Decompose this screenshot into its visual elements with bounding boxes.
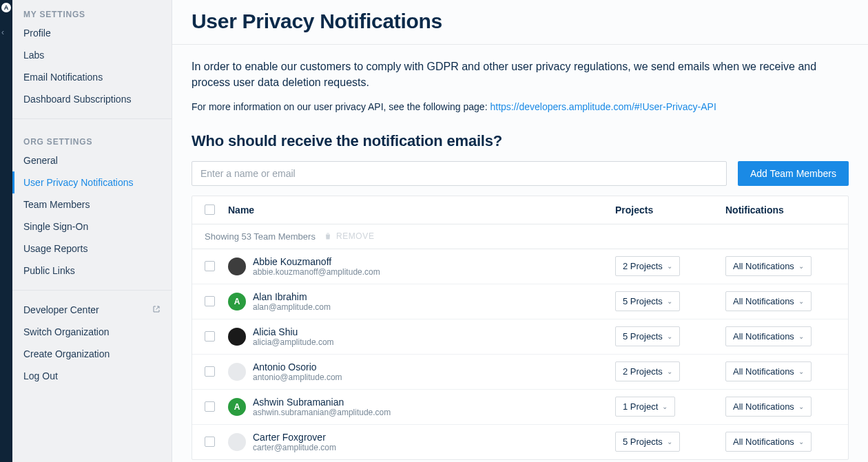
member-name: Ashwin Subramanian — [253, 397, 391, 408]
settings-sidebar: MY SETTINGS ProfileLabsEmail Notificatio… — [12, 0, 172, 462]
member-email: carter@amplitude.com — [253, 443, 336, 452]
sidebar-item[interactable]: Single Sign-On — [12, 216, 172, 238]
notifications-dropdown[interactable]: All Notifications⌄ — [725, 432, 812, 452]
table-row: Abbie Kouzmanoffabbie.kouzmanoff@amplitu… — [192, 249, 848, 284]
table-row: Alicia Shiualicia@amplitude.com5 Project… — [192, 319, 848, 355]
chevron-down-icon: ⌄ — [662, 403, 668, 410]
select-all-checkbox[interactable] — [205, 204, 215, 215]
notifications-dropdown[interactable]: All Notifications⌄ — [725, 397, 812, 417]
intro-text: In order to enable our customers to comp… — [192, 59, 849, 90]
sidebar-item[interactable]: Labs — [12, 44, 172, 66]
row-checkbox[interactable] — [205, 401, 215, 412]
my-settings-heading: MY SETTINGS — [12, 0, 172, 22]
projects-dropdown[interactable]: 2 Projects⌄ — [615, 361, 680, 381]
chevron-down-icon: ⌄ — [667, 438, 672, 445]
add-member-row: Add Team Members — [172, 157, 868, 196]
recipients-subheading: Who should receive the notification emai… — [172, 123, 868, 157]
sidebar-item[interactable]: Email Notifications — [12, 66, 172, 88]
sidebar-item[interactable]: Usage Reports — [12, 238, 172, 260]
table-row: AAshwin Subramanianashwin.subramanian@am… — [192, 390, 848, 425]
table-row: Antonio Osorioantonio@amplitude.com2 Pro… — [192, 355, 848, 390]
main-content: User Privacy Notifications In order to e… — [172, 0, 868, 462]
col-header-name: Name — [228, 204, 615, 216]
page-title: User Privacy Notifications — [172, 0, 868, 45]
chevron-down-icon: ⌄ — [667, 368, 672, 375]
avatar — [228, 363, 246, 381]
member-name: Alicia Shiu — [253, 326, 334, 337]
notifications-dropdown[interactable]: All Notifications⌄ — [725, 326, 812, 346]
projects-dropdown[interactable]: 5 Projects⌄ — [615, 326, 680, 346]
chevron-down-icon: ⌄ — [798, 403, 804, 410]
intro-block: In order to enable our customers to comp… — [172, 45, 868, 123]
row-checkbox[interactable] — [205, 296, 215, 306]
member-email: antonio@amplitude.com — [253, 372, 342, 382]
member-email: ashwin.subramanian@amplitude.com — [253, 408, 391, 417]
remove-button[interactable]: REMOVE — [324, 231, 375, 241]
chevron-down-icon: ⌄ — [798, 438, 804, 445]
avatar: A — [228, 398, 246, 416]
chevron-down-icon: ⌄ — [798, 368, 804, 375]
add-team-members-button[interactable]: Add Team Members — [738, 161, 849, 186]
member-name: Carter Foxgrover — [253, 432, 336, 443]
app-rail: A ‹ — [0, 0, 12, 462]
row-checkbox[interactable] — [205, 437, 215, 447]
avatar: A — [228, 293, 246, 311]
trash-icon — [324, 232, 332, 240]
members-table: Name Projects Notifications Showing 53 T… — [192, 196, 849, 460]
sidebar-item[interactable]: General — [12, 149, 172, 171]
brand-logo-icon: A — [1, 3, 11, 12]
col-header-notifications: Notifications — [725, 204, 836, 216]
member-name: Alan Ibrahim — [253, 291, 331, 302]
table-summary-row: Showing 53 Team Members REMOVE — [192, 224, 848, 249]
privacy-api-link[interactable]: https://developers.amplitude.com/#!User-… — [490, 101, 716, 112]
member-search-input[interactable] — [192, 161, 727, 186]
row-checkbox[interactable] — [205, 366, 215, 377]
sidebar-item[interactable]: Developer Center — [12, 299, 172, 321]
col-header-projects: Projects — [615, 204, 725, 216]
member-email: alicia@amplitude.com — [253, 337, 334, 347]
notifications-dropdown[interactable]: All Notifications⌄ — [725, 256, 812, 276]
sidebar-item[interactable]: Profile — [12, 22, 172, 44]
row-checkbox[interactable] — [205, 261, 215, 271]
more-info-text: For more information on our user privacy… — [192, 100, 849, 114]
table-header-row: Name Projects Notifications — [192, 196, 848, 224]
member-name: Antonio Osorio — [253, 361, 342, 372]
sidebar-item[interactable]: Public Links — [12, 260, 172, 282]
showing-count: Showing 53 Team Members — [205, 231, 316, 242]
sidebar-item[interactable]: User Privacy Notifications — [12, 171, 172, 193]
table-row: Carter Foxgrovercarter@amplitude.com5 Pr… — [192, 425, 848, 459]
sidebar-item[interactable]: Create Organization — [12, 343, 172, 365]
projects-dropdown[interactable]: 1 Project⌄ — [615, 397, 675, 417]
member-email: alan@amplitude.com — [253, 302, 331, 312]
projects-dropdown[interactable]: 5 Projects⌄ — [615, 432, 680, 452]
sidebar-item[interactable]: Dashboard Subscriptions — [12, 88, 172, 110]
sidebar-item[interactable]: Log Out — [12, 365, 172, 387]
org-settings-heading: ORG SETTINGS — [12, 127, 172, 149]
chevron-down-icon: ⌄ — [667, 262, 672, 270]
avatar — [228, 258, 246, 275]
member-name: Abbie Kouzmanoff — [253, 256, 380, 267]
avatar — [228, 328, 246, 346]
chevron-down-icon: ⌄ — [798, 262, 804, 270]
sidebar-divider — [12, 290, 172, 291]
sidebar-divider — [12, 118, 172, 119]
chevron-down-icon: ⌄ — [667, 333, 672, 340]
notifications-dropdown[interactable]: All Notifications⌄ — [725, 291, 812, 311]
projects-dropdown[interactable]: 2 Projects⌄ — [615, 256, 680, 276]
member-email: abbie.kouzmanoff@amplitude.com — [253, 267, 380, 277]
chevron-down-icon: ⌄ — [667, 297, 672, 305]
avatar — [228, 433, 246, 451]
projects-dropdown[interactable]: 5 Projects⌄ — [615, 291, 680, 311]
chevron-down-icon: ⌄ — [798, 333, 804, 340]
notifications-dropdown[interactable]: All Notifications⌄ — [725, 361, 812, 381]
sidebar-item[interactable]: Team Members — [12, 193, 172, 216]
collapse-rail-chevron-icon[interactable]: ‹ — [1, 28, 4, 37]
external-link-icon — [152, 305, 161, 315]
row-checkbox[interactable] — [205, 331, 215, 342]
sidebar-item[interactable]: Switch Organization — [12, 321, 172, 343]
table-row: AAlan Ibrahimalan@amplitude.com5 Project… — [192, 284, 848, 319]
chevron-down-icon: ⌄ — [798, 297, 804, 305]
